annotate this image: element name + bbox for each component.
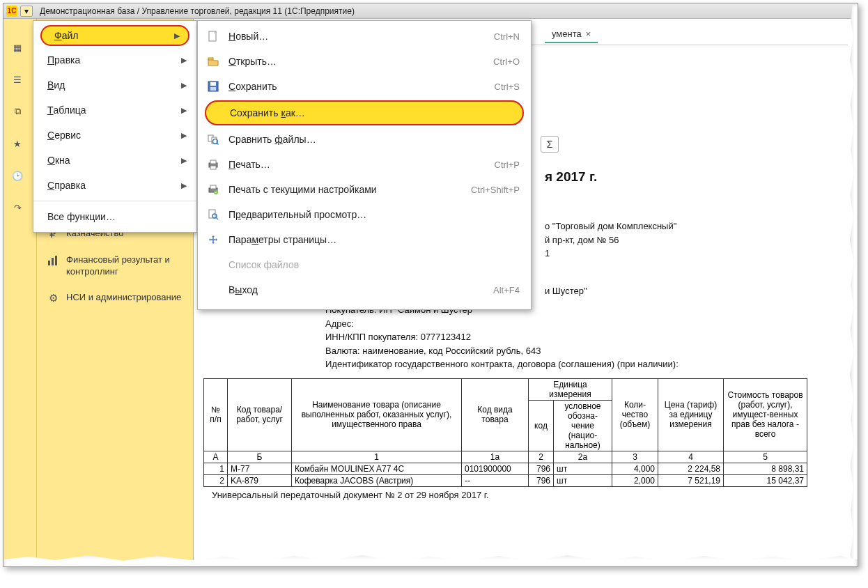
tab-label: умента <box>552 29 582 39</box>
menu-item-сервис[interactable]: Сервис▶ <box>33 123 196 148</box>
col-unit-desc: условное обозна-чение (нацио-нальное) <box>554 400 612 451</box>
svg-rect-7 <box>210 87 216 91</box>
submenu-label: Параметры страницы… <box>228 234 336 245</box>
menu-item-все функции…[interactable]: Все функции… <box>33 204 196 229</box>
submenu-item[interactable]: Параметры страницы… <box>198 227 531 252</box>
chevron-right-icon: ▶ <box>181 106 187 115</box>
col-price: Цена (тариф) за единицу измерения <box>658 378 724 451</box>
toolbar-icon-6[interactable]: ↷ <box>9 200 26 215</box>
shortcut-label: Ctrl+O <box>493 56 520 67</box>
main-menu: Файл▶Правка▶Вид▶Таблица▶Сервис▶Окна▶Спра… <box>33 20 197 233</box>
window-title: Демонстрационная база / Управление торго… <box>40 6 355 16</box>
menu-item-вид[interactable]: Вид▶ <box>33 72 196 98</box>
submenu-label: Печать с текущими настройками <box>228 184 377 195</box>
submenu-label: Выход <box>228 284 258 295</box>
chart-icon <box>47 254 59 267</box>
app-window: 1C ▾ Демонстрационная база / Управление … <box>3 3 858 567</box>
submenu-label: Новый… <box>228 31 268 42</box>
toolbar-icon-4[interactable]: ★ <box>9 136 26 151</box>
menu-item-файл[interactable]: Файл▶ <box>40 25 189 46</box>
table-row: 1 M-77 Комбайн MOULINEX A77 4C 010190000… <box>204 463 807 474</box>
chevron-right-icon: ▶ <box>181 181 187 190</box>
sidebar-item-finresult[interactable]: Финансовый результат и контроллинг <box>37 247 193 285</box>
col-np: № п/п <box>204 378 228 451</box>
submenu-label: Список файлов <box>228 259 299 270</box>
sidebar-item-admin[interactable]: ⚙ НСИ и администрирование <box>37 285 193 311</box>
submenu-label: Открыть… <box>228 56 277 67</box>
svg-rect-6 <box>210 82 216 86</box>
titlebar-dropdown-icon[interactable]: ▾ <box>20 6 33 17</box>
doc-title: я 2017 г. <box>545 169 848 185</box>
svg-rect-1 <box>52 258 54 265</box>
submenu-label: Предварительный просмотр… <box>228 209 366 220</box>
close-icon[interactable]: × <box>586 29 591 39</box>
toolbar-icon-3[interactable]: ⧉ <box>9 104 26 119</box>
sigma-button[interactable]: Σ <box>541 136 559 153</box>
gear-icon: ⚙ <box>47 292 59 304</box>
submenu-label: Печать… <box>228 159 270 170</box>
svg-rect-14 <box>210 166 216 169</box>
file-submenu: Новый…Ctrl+NОткрыть…Ctrl+OСохранитьCtrl+… <box>197 20 532 310</box>
svg-line-20 <box>216 217 218 219</box>
blank-icon <box>206 283 220 297</box>
menu-separator <box>33 201 196 201</box>
toolbar-icon-5[interactable]: 🕑 <box>9 168 26 183</box>
submenu-item: Список файлов <box>198 252 531 277</box>
chevron-right-icon: ▶ <box>181 131 187 140</box>
svg-rect-4 <box>208 58 213 60</box>
svg-rect-13 <box>210 160 216 164</box>
col-name: Наименование товара (описание выполненны… <box>292 378 462 451</box>
toolbar-grid-icon[interactable]: ▦ <box>9 40 26 55</box>
col-qty: Коли-чество (объем) <box>612 378 658 451</box>
new-icon <box>206 29 220 43</box>
submenu-item[interactable]: Новый…Ctrl+N <box>198 24 531 49</box>
table-row: 2 KA-879 Кофеварка JACOBS (Австрия) -- 7… <box>204 474 807 486</box>
compare-icon <box>206 132 220 146</box>
chevron-right-icon: ▶ <box>174 31 180 40</box>
print-icon <box>206 157 220 171</box>
submenu-label: Сравнить файлы… <box>228 134 316 145</box>
active-tab[interactable]: умента × <box>545 26 598 43</box>
col-sum: Стоимость товаров (работ, услуг), имущес… <box>724 378 807 451</box>
submenu-item[interactable]: Предварительный просмотр… <box>198 202 531 227</box>
shortcut-label: Ctrl+P <box>495 160 520 170</box>
utd-table: № п/п Код товара/ работ, услуг Наименова… <box>203 378 807 487</box>
svg-rect-0 <box>48 261 50 265</box>
shortcut-label: Ctrl+N <box>494 31 520 42</box>
titlebar: 1C ▾ Демонстрационная база / Управление … <box>3 3 858 19</box>
doc-bottom-line: Универсальный передаточный документ № 2 … <box>212 490 848 500</box>
shortcut-label: Ctrl+S <box>495 82 520 92</box>
open-icon <box>206 54 220 68</box>
submenu-label: Сохранить <box>228 81 277 92</box>
blank-icon <box>208 106 222 120</box>
submenu-item[interactable]: Печать…Ctrl+P <box>198 152 531 177</box>
app-logo-icon: 1C <box>6 6 17 17</box>
submenu-item[interactable]: Печать с текущими настройкамиCtrl+Shift+… <box>198 177 531 202</box>
chevron-right-icon: ▶ <box>181 81 187 90</box>
col-code: Код товара/ работ, услуг <box>228 378 292 451</box>
blank-icon <box>206 258 220 272</box>
sidebar-item-label: НСИ и администрирование <box>66 292 181 304</box>
svg-rect-2 <box>55 256 57 265</box>
printcur-icon <box>206 183 220 196</box>
submenu-label: Сохранить как… <box>230 107 305 118</box>
doc-meta-block: Покупатель: ИП "Саймон и Шустер" Адрес: … <box>325 303 848 371</box>
pagesetup-icon <box>206 233 220 247</box>
shortcut-label: Alt+F4 <box>493 285 520 295</box>
menu-item-окна[interactable]: Окна▶ <box>33 148 196 173</box>
menu-item-справка[interactable]: Справка▶ <box>33 173 196 198</box>
save-icon <box>206 79 220 93</box>
submenu-item[interactable]: Открыть…Ctrl+O <box>198 49 531 74</box>
toolbar-icon-2[interactable]: ☰ <box>9 72 26 87</box>
menu-item-таблица[interactable]: Таблица▶ <box>33 98 196 123</box>
chevron-right-icon: ▶ <box>181 156 187 165</box>
submenu-item[interactable]: ВыходAlt+F4 <box>198 277 531 302</box>
submenu-item[interactable]: Сравнить файлы… <box>198 127 531 152</box>
submenu-item[interactable]: СохранитьCtrl+S <box>198 74 531 99</box>
preview-icon <box>206 208 220 222</box>
svg-line-11 <box>217 143 219 145</box>
menu-item-правка[interactable]: Правка▶ <box>33 47 196 72</box>
sidebar-item-label: Финансовый результат и контроллинг <box>66 254 183 278</box>
doc-meta-right: о "Торговый дом Комплексный" й пр-кт, до… <box>545 219 848 297</box>
submenu-item[interactable]: Сохранить как… <box>205 100 524 125</box>
